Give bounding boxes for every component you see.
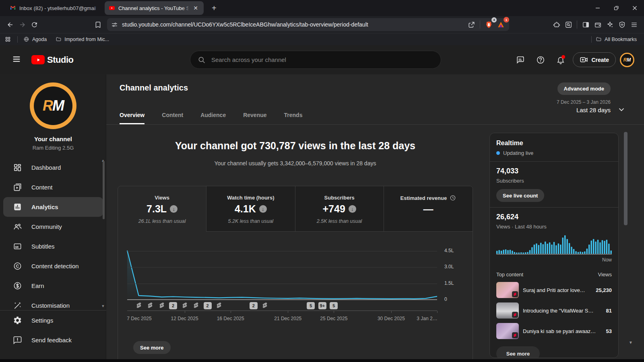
shorts-upload-marker-icon[interactable] — [193, 302, 199, 310]
sidebar-item-community[interactable]: Community — [0, 217, 106, 237]
new-tab-button[interactable]: + — [209, 4, 219, 13]
share-icon[interactable] — [465, 19, 477, 31]
create-label: Create — [591, 57, 609, 63]
sidebar-item-settings[interactable]: Settings — [0, 311, 106, 330]
shorts-upload-marker-icon[interactable] — [182, 302, 188, 310]
create-button[interactable]: Create — [573, 52, 616, 67]
analytics-scroll-area[interactable]: Your channel got 730,787 views in the la… — [106, 125, 644, 359]
forward-icon[interactable] — [16, 19, 28, 31]
grouped-upload-marker-badge[interactable]: 2 — [169, 302, 177, 309]
shorts-upload-marker-icon[interactable] — [147, 302, 153, 310]
feedback-sparkle-icon[interactable] — [512, 52, 528, 68]
site-settings-icon[interactable] — [111, 21, 118, 28]
extensions-puzzle-icon[interactable] — [550, 19, 562, 31]
reload-icon[interactable] — [28, 19, 40, 31]
studio-logo[interactable]: Studio — [31, 55, 73, 65]
tab-audience[interactable]: Audience — [200, 112, 226, 124]
sidebar-item-content[interactable]: Content — [0, 177, 106, 197]
bookmark-agoda[interactable]: Agoda — [23, 36, 47, 42]
scroll-down-icon[interactable]: ▼ — [101, 304, 105, 308]
grouped-upload-marker-badge[interactable]: 9+ — [318, 302, 326, 309]
bookmark-imported-folder[interactable]: Imported from Mic... — [56, 36, 109, 42]
tab-close-icon[interactable]: ✕ — [192, 4, 200, 12]
gridline — [127, 284, 437, 284]
video-title[interactable]: Suraj and Priti actor love… — [523, 287, 592, 293]
wallet-icon[interactable] — [592, 19, 604, 31]
studio-menu-icon[interactable] — [12, 55, 21, 65]
see-live-count-button[interactable]: See live count — [496, 189, 544, 202]
metric-label: Estimated revenue — [384, 195, 473, 201]
video-thumbnail[interactable] — [496, 302, 519, 319]
page-scrollbar-thumb[interactable] — [624, 132, 627, 225]
sidebar-footer: SettingsSend feedback — [0, 311, 106, 350]
bookmarks-bar: Agoda Imported from Mic... All Bookmarks — [0, 33, 644, 45]
shorts-upload-marker-icon[interactable] — [216, 302, 222, 310]
help-icon[interactable] — [533, 52, 549, 68]
realtime-see-more-button[interactable]: See more — [496, 346, 540, 358]
apps-grid-icon[interactable] — [5, 36, 11, 42]
sidebar-item-send-feedback[interactable]: Send feedback — [0, 330, 106, 350]
tab-revenue[interactable]: Revenue — [243, 112, 266, 124]
all-bookmarks-button[interactable]: All Bookmarks — [596, 36, 637, 42]
date-range-picker[interactable]: 7 Dec 2025 – 3 Jan 2026 Last 28 days — [557, 99, 611, 113]
metric-tab-subscribers[interactable]: Subscribers+749↓2.5K less than usual — [295, 186, 384, 232]
tab-trends[interactable]: Trends — [284, 112, 303, 124]
see-more-button[interactable]: See more — [133, 341, 171, 354]
window-minimize-button[interactable] — [588, 0, 607, 16]
sidebar-scrollbar-thumb[interactable] — [103, 161, 105, 219]
tab-content[interactable]: Content — [162, 112, 183, 124]
vpn-shield-icon[interactable] — [616, 19, 628, 31]
shorts-upload-marker-icon[interactable] — [262, 302, 268, 310]
window-restore-button[interactable] — [607, 0, 625, 16]
video-title[interactable]: Duniya ki sab se pyari awaaz… — [523, 328, 602, 334]
top-content-row[interactable]: Introducing the "VitalWear S…81 — [496, 302, 612, 319]
views-headline: Your channel got 730,787 views in the la… — [118, 140, 473, 152]
tab-overview[interactable]: Overview — [120, 112, 144, 124]
menu-icon[interactable] — [628, 19, 640, 31]
sidebar-item-customisation[interactable]: Customisation — [0, 296, 106, 310]
video-thumbnail[interactable] — [496, 323, 519, 339]
address-bar[interactable]: studio.youtube.com/channel/UCDo6YXw5c5RC… — [107, 18, 509, 31]
shorts-upload-marker-icon[interactable] — [136, 302, 142, 310]
search-tabs-icon[interactable] — [562, 19, 574, 31]
top-content-row[interactable]: Duniya ki sab se pyari awaaz…53 — [496, 323, 612, 339]
shorts-upload-marker-icon[interactable] — [159, 302, 165, 310]
top-content-row[interactable]: Suraj and Priti actor love…25,230 — [496, 282, 612, 298]
studio-search-bar[interactable] — [190, 51, 441, 69]
notifications-bell-icon[interactable] — [553, 52, 569, 68]
back-icon[interactable] — [4, 19, 16, 31]
tab-channel-analytics[interactable]: Channel analytics - YouTube Studio ✕ — [105, 1, 204, 15]
grouped-upload-marker-badge[interactable]: 2 — [250, 302, 258, 309]
video-title[interactable]: Introducing the "VitalWear S… — [523, 308, 602, 314]
sidebar-item-dashboard[interactable]: Dashboard — [0, 158, 106, 177]
video-thumbnail[interactable] — [496, 282, 519, 298]
metric-tab-views[interactable]: Views7.3L↓26.1L less than usual — [118, 186, 206, 232]
top-content-list: Suraj and Priti actor love…25,230Introdu… — [496, 282, 612, 339]
grouped-upload-marker-badge[interactable]: 5 — [307, 302, 315, 309]
tab-gmail[interactable]: Inbox (82) - ytsellerhub07@gmail.com — [6, 1, 102, 15]
advanced-mode-button[interactable]: Advanced mode — [557, 82, 611, 95]
grouped-upload-marker-badge[interactable]: 2 — [204, 302, 212, 309]
bookmark-icon[interactable] — [92, 19, 104, 31]
sidebar-toggle-icon[interactable] — [580, 19, 592, 31]
sidebar-item-subtitles[interactable]: Subtitles — [0, 237, 106, 256]
window-close-button[interactable] — [625, 0, 644, 16]
scroll-down-hint-icon[interactable]: ▼ — [629, 340, 633, 345]
url-text[interactable]: studio.youtube.com/channel/UCDo6YXw5c5RC… — [122, 21, 465, 28]
brave-shield-icon[interactable]: 4 — [483, 19, 495, 31]
x-axis-tick — [185, 311, 185, 313]
subtitles-icon — [13, 242, 23, 251]
grouped-upload-marker-badge[interactable]: 5 — [330, 302, 338, 309]
sidebar-item-analytics[interactable]: Analytics — [3, 197, 103, 217]
metric-tab-estimated-revenue[interactable]: Estimated revenue— — [384, 186, 473, 232]
account-avatar[interactable]: RM — [620, 53, 634, 67]
search-input[interactable] — [211, 56, 405, 63]
date-period-label: Last 28 days — [557, 107, 611, 113]
leo-ai-sparkle-icon[interactable] — [604, 19, 616, 31]
channel-avatar[interactable]: RM — [30, 82, 76, 129]
extension-adblock-icon[interactable]: 1 — [495, 19, 507, 31]
sidebar-item-content-detection[interactable]: Content detection — [0, 256, 106, 276]
sidebar-item-earn[interactable]: Earn — [0, 276, 106, 296]
metric-tab-watch-time-hours-[interactable]: Watch time (hours)4.1K↓5.2K less than us… — [206, 186, 295, 232]
y-axis-tick-label: 4.5L — [444, 248, 469, 253]
